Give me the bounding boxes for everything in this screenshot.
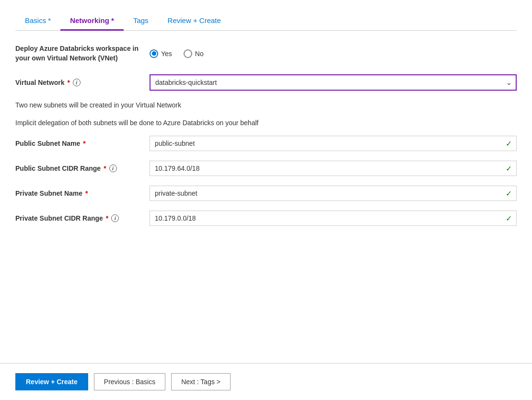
info-icon-vnet[interactable]: i bbox=[73, 79, 81, 86]
tab-bar: Basics * Networking * Tags Review + Crea… bbox=[15, 12, 517, 31]
radio-yes-label: Yes bbox=[161, 50, 172, 58]
next-button[interactable]: Next : Tags > bbox=[171, 373, 231, 390]
subnet-fields: Public Subnet Name *✓Public Subnet CIDR … bbox=[15, 136, 517, 226]
public-subnet-name-row: Public Subnet Name *✓ bbox=[15, 136, 517, 151]
private-subnet-cidr-input[interactable] bbox=[150, 211, 517, 226]
public-subnet-cidr-input-wrapper: ✓ bbox=[150, 161, 517, 176]
virtual-network-select-wrapper: databricks-quickstart ⌄ bbox=[150, 74, 517, 91]
private-subnet-cidr-row: Private Subnet CIDR Range *i✓ bbox=[15, 211, 517, 226]
private-subnet-cidr-input-wrapper: ✓ bbox=[150, 211, 517, 226]
tab-review-create[interactable]: Review + Create bbox=[158, 12, 231, 31]
info-text-delegation: Implicit delegation of both subnets will… bbox=[15, 118, 517, 128]
public-subnet-cidr-row: Public Subnet CIDR Range *i✓ bbox=[15, 161, 517, 176]
radio-yes[interactable]: Yes bbox=[150, 49, 172, 58]
vnet-deploy-row: Deploy Azure Databricks workspace in you… bbox=[15, 44, 517, 63]
private-subnet-name-row: Private Subnet Name *✓ bbox=[15, 186, 517, 201]
tab-basics[interactable]: Basics * bbox=[15, 12, 60, 31]
private-subnet-cidr-check-icon: ✓ bbox=[506, 214, 512, 223]
tab-networking[interactable]: Networking * bbox=[60, 12, 124, 31]
virtual-network-label: Virtual Network * i bbox=[15, 79, 150, 86]
public-subnet-cidr-label: Public Subnet CIDR Range *i bbox=[15, 165, 150, 172]
public-subnet-name-check-icon: ✓ bbox=[506, 139, 512, 148]
info-icon-private-subnet-cidr[interactable]: i bbox=[111, 214, 119, 222]
tab-tags[interactable]: Tags bbox=[124, 12, 158, 31]
required-star-private-subnet-cidr: * bbox=[106, 214, 108, 222]
review-create-button[interactable]: Review + Create bbox=[15, 373, 88, 390]
private-subnet-name-input[interactable] bbox=[150, 186, 517, 201]
radio-no[interactable]: No bbox=[184, 49, 204, 58]
public-subnet-cidr-input[interactable] bbox=[150, 161, 517, 176]
public-subnet-name-input[interactable] bbox=[150, 136, 517, 151]
required-star-public-subnet-cidr: * bbox=[104, 165, 106, 172]
info-text-subnets: Two new subnets will be created in your … bbox=[15, 100, 517, 110]
public-subnet-cidr-check-icon: ✓ bbox=[506, 164, 512, 173]
required-star-public-subnet-name: * bbox=[83, 140, 85, 147]
info-icon-public-subnet-cidr[interactable]: i bbox=[109, 165, 117, 172]
required-star-private-subnet-name: * bbox=[85, 189, 88, 197]
vnet-deploy-label: Deploy Azure Databricks workspace in you… bbox=[15, 44, 150, 63]
private-subnet-name-input-wrapper: ✓ bbox=[150, 186, 517, 201]
radio-yes-circle[interactable] bbox=[150, 49, 158, 58]
radio-no-label: No bbox=[195, 50, 204, 58]
previous-button[interactable]: Previous : Basics bbox=[94, 373, 165, 390]
public-subnet-name-input-wrapper: ✓ bbox=[150, 136, 517, 151]
radio-no-circle[interactable] bbox=[184, 49, 192, 58]
private-subnet-name-label: Private Subnet Name * bbox=[15, 189, 150, 197]
required-star-vnet: * bbox=[67, 79, 69, 86]
virtual-network-row: Virtual Network * i databricks-quickstar… bbox=[15, 74, 517, 91]
virtual-network-select[interactable]: databricks-quickstart bbox=[150, 74, 517, 91]
networking-form: Deploy Azure Databricks workspace in you… bbox=[15, 44, 517, 226]
public-subnet-name-label: Public Subnet Name * bbox=[15, 140, 150, 147]
footer: Review + Create Previous : Basics Next :… bbox=[0, 363, 532, 400]
private-subnet-name-check-icon: ✓ bbox=[506, 189, 512, 198]
private-subnet-cidr-label: Private Subnet CIDR Range *i bbox=[15, 214, 150, 222]
vnet-radio-group: Yes No bbox=[150, 49, 204, 58]
